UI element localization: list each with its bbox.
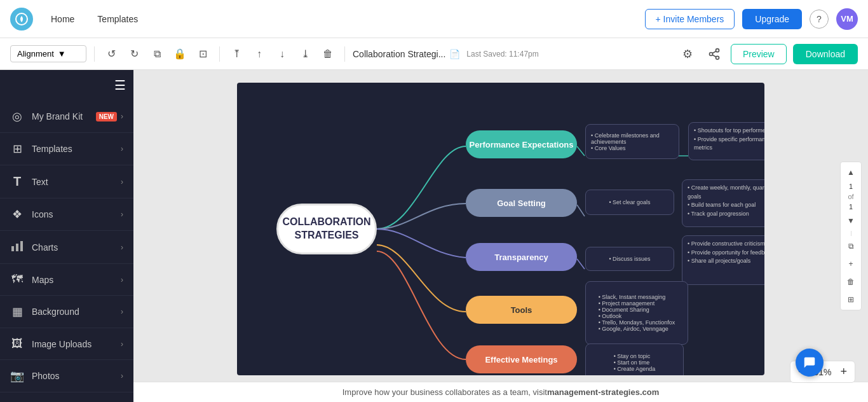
sub-meetings-text: • Stay on topic • Start on time • Create… — [614, 353, 656, 372]
templates-icon: ⊞ — [10, 142, 24, 156]
sidebar-item-maps[interactable]: 🗺 Maps › — [0, 264, 133, 296]
sub-meetings: • Stay on topic • Start on time • Create… — [585, 343, 684, 375]
detail-transparency: • Provide constructive criticism • Provi… — [682, 235, 764, 285]
central-node: COLLABORATIONSTRATEGIES — [276, 204, 377, 254]
sidebar: ☰ ◎ My Brand Kit NEW › ⊞ Templates › T T… — [0, 70, 133, 402]
text-label: Text — [32, 177, 48, 187]
group-button[interactable]: ⊡ — [194, 45, 212, 63]
svg-point-2 — [709, 52, 712, 55]
chevron-icon: › — [121, 243, 123, 252]
maps-icon: 🗺 — [10, 273, 24, 286]
detail-transparency-text: • Provide constructive criticism • Provi… — [688, 240, 764, 266]
branch-transparency: Transparency — [466, 243, 577, 271]
icons-label: Icons — [32, 209, 53, 219]
svg-point-1 — [715, 48, 719, 52]
send-to-back-button[interactable]: ⤓ — [296, 45, 314, 63]
nav-home[interactable]: Home — [46, 11, 79, 27]
branch-tools: Tools — [466, 296, 577, 324]
page-of: of — [848, 193, 853, 200]
zoom-in-button[interactable]: + — [840, 365, 847, 378]
preview-button[interactable]: Preview — [731, 44, 787, 64]
sidebar-item-templates[interactable]: ⊞ Templates › — [0, 133, 133, 165]
grid-view-button[interactable]: ⊞ — [843, 292, 858, 307]
branch-performance-label: Performance Expectations — [469, 140, 573, 149]
sub-goal: • Set clear goals — [585, 190, 674, 215]
lock-button[interactable]: 🔒 — [171, 45, 189, 63]
delete-button[interactable]: 🗑 — [319, 45, 337, 63]
canvas-area: COLLABORATIONSTRATEGIES Performance Expe… — [133, 70, 868, 402]
sidebar-item-text[interactable]: T Text › — [0, 165, 133, 198]
chevron-icon: › — [121, 112, 123, 121]
upgrade-button[interactable]: Upgrade — [742, 9, 802, 29]
icons-icon: ❖ — [10, 207, 24, 221]
last-saved-text: Last Saved: 11:47pm — [466, 50, 538, 59]
chat-bubble-button[interactable] — [796, 349, 824, 377]
detail-goal-text: • Create weekly, monthly, quarterly goal… — [688, 184, 764, 218]
doc-title-text[interactable]: Collaboration Strategi... — [353, 49, 445, 59]
chevron-icon: › — [121, 340, 123, 349]
sidebar-header: ☰ — [0, 75, 133, 100]
nav-templates[interactable]: Templates — [92, 11, 143, 27]
sidebar-item-charts[interactable]: Charts › — [0, 231, 133, 264]
copy-button[interactable]: ⧉ — [148, 45, 166, 63]
branch-tools-label: Tools — [511, 305, 532, 315]
charts-icon — [10, 240, 24, 254]
detail-goal: • Create weekly, monthly, quarterly goal… — [682, 179, 764, 227]
redo-button[interactable]: ↻ — [125, 45, 143, 63]
bring-forward-button[interactable]: ↑ — [250, 45, 268, 63]
svg-rect-7 — [16, 244, 18, 251]
chevron-icon: › — [121, 177, 123, 186]
page-current: 1 — [849, 183, 853, 190]
photos-icon: 📷 — [10, 369, 24, 383]
svg-line-10 — [577, 146, 585, 156]
main-layout: ☰ ◎ My Brand Kit NEW › ⊞ Templates › T T… — [0, 70, 868, 402]
add-page-button[interactable]: + — [843, 256, 858, 272]
text-icon: T — [10, 174, 24, 189]
sub-goal-text: • Set clear goals — [609, 199, 650, 205]
sidebar-item-photos[interactable]: 📷 Photos › — [0, 360, 133, 392]
new-badge: NEW — [96, 112, 117, 121]
sidebar-item-icons[interactable]: ❖ Icons › — [0, 198, 133, 231]
image-uploads-icon: 🖼 — [10, 337, 24, 350]
help-button[interactable]: ? — [810, 10, 829, 29]
alignment-dropdown[interactable]: Alignment ▼ — [10, 45, 86, 62]
sidebar-item-background[interactable]: ▦ Background › — [0, 296, 133, 328]
svg-line-4 — [712, 55, 716, 57]
canvas-container[interactable]: COLLABORATIONSTRATEGIES Performance Expe… — [133, 70, 868, 382]
slide: COLLABORATIONSTRATEGIES Performance Expe… — [237, 83, 764, 375]
maps-label: Maps — [32, 275, 53, 285]
send-backward-button[interactable]: ↓ — [273, 45, 291, 63]
avatar[interactable]: VM — [836, 8, 858, 30]
chevron-icon: › — [121, 307, 123, 316]
settings-button[interactable]: ⚙ — [677, 44, 698, 64]
sub-performance: • Celebrate milestones and achievements … — [585, 124, 679, 159]
sub-tools-text: • Slack, Instant messaging • Project man… — [599, 294, 675, 332]
sidebar-item-brand-kit[interactable]: ◎ My Brand Kit NEW › — [0, 100, 133, 133]
logo[interactable] — [10, 8, 33, 31]
sidebar-item-image-uploads[interactable]: 🖼 Image Uploads › — [0, 328, 133, 360]
undo-button[interactable]: ↺ — [102, 45, 120, 63]
footer-link[interactable]: management-strategies.com — [547, 387, 659, 397]
sub-transparency-text: • Discuss issues — [609, 256, 650, 262]
chevron-icon: › — [121, 210, 123, 219]
invite-members-button[interactable]: + Invite Members — [645, 9, 735, 29]
sub-performance-text: • Celebrate milestones and achievements … — [591, 132, 674, 151]
bring-to-front-button[interactable]: ⤒ — [227, 45, 245, 63]
delete-page-button[interactable]: 🗑 — [843, 274, 858, 289]
scroll-up-button[interactable]: ▲ — [843, 165, 858, 180]
sub-tools: • Slack, Instant messaging • Project man… — [585, 281, 688, 345]
svg-line-13 — [577, 259, 585, 269]
svg-rect-8 — [20, 241, 23, 251]
copy-page-button[interactable]: ⧉ — [843, 239, 858, 254]
scroll-down-button[interactable]: ▼ — [843, 213, 858, 228]
branch-transparency-label: Transparency — [494, 253, 548, 262]
sidebar-item-interactive[interactable]: Interactive › — [0, 392, 133, 402]
central-node-text: COLLABORATIONSTRATEGIES — [282, 216, 370, 242]
hamburger-menu-button[interactable]: ☰ — [114, 78, 126, 93]
detail-performance-text: • Shoutouts for top performers • Provide… — [694, 127, 764, 153]
toolbar: Alignment ▼ ↺ ↻ ⧉ 🔒 ⊡ ⤒ ↑ ↓ ⤓ 🗑 Collabor… — [0, 38, 868, 70]
background-icon: ▦ — [10, 305, 24, 319]
doc-title-icon: 📄 — [449, 49, 460, 59]
share-button[interactable] — [704, 44, 724, 64]
download-button[interactable]: Download — [793, 44, 858, 64]
